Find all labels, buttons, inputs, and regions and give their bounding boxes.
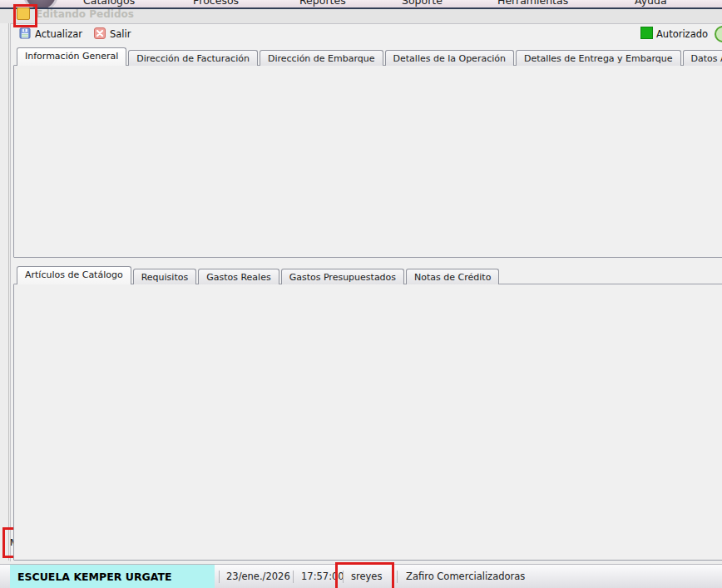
menu-procesos[interactable]: Procesos xyxy=(193,0,239,7)
actualizar-button[interactable]: Actualizar xyxy=(35,27,82,42)
annotation-box-window-icon xyxy=(13,4,37,27)
menu-reportes[interactable]: Reportes xyxy=(299,0,346,7)
detail-tabstrip: Artículos de Catálogo Requisitos Gastos … xyxy=(17,266,501,284)
status-date: 23/ene./2026 xyxy=(226,565,290,588)
salir-button[interactable]: Salir xyxy=(110,27,131,42)
tab-direccion-facturacion[interactable]: Dirección de Facturación xyxy=(128,50,258,66)
annotation-box-user xyxy=(335,562,394,588)
save-icon xyxy=(18,27,32,40)
tab-notas-credito[interactable]: Notas de Crédito xyxy=(406,269,499,284)
mdi-title-strip: Editando Pedidos xyxy=(0,9,722,23)
tab-direccion-embarque[interactable]: Dirección de Embarque xyxy=(260,50,383,66)
tab-articulos-catalogo[interactable]: Artículos de Catálogo xyxy=(17,266,131,284)
menu-ayuda[interactable]: Ayuda xyxy=(635,0,667,7)
status-separator xyxy=(293,571,294,583)
authorized-indicator xyxy=(640,27,653,39)
tab-detalles-entrega[interactable]: Detalles de Entrega y Embarque xyxy=(516,50,681,66)
status-organization: Zafiro Comercializadoras xyxy=(406,565,525,588)
menu-soporte[interactable]: Soporte xyxy=(402,0,443,7)
detail-tabpage xyxy=(13,284,722,561)
general-info-tabpage xyxy=(13,65,722,258)
tab-datos-adicionales[interactable]: Datos Adicionales xyxy=(683,50,722,66)
authorized-label: Autorizado xyxy=(656,27,708,42)
window-title: Editando Pedidos xyxy=(36,8,134,20)
status-separator xyxy=(219,571,220,583)
menu-herramientas[interactable]: Herramientas xyxy=(497,0,568,7)
main-tabstrip: Información General Dirección de Factura… xyxy=(17,47,722,66)
status-company: ESCUELA KEMPER URGATE xyxy=(10,565,215,588)
menubar: Catálogos Procesos Reportes Soporte Herr… xyxy=(0,0,722,7)
tab-detalles-operacion[interactable]: Detalles de la Operación xyxy=(385,50,514,66)
tab-gastos-reales[interactable]: Gastos Reales xyxy=(198,269,279,284)
tab-informacion-general[interactable]: Información General xyxy=(17,47,126,66)
exit-icon xyxy=(93,27,106,40)
menu-catalogos[interactable]: Catálogos xyxy=(83,0,135,7)
tab-requisitos[interactable]: Requisitos xyxy=(133,269,197,284)
status-separator xyxy=(397,571,398,583)
tab-gastos-presupuestados[interactable]: Gastos Presupuestados xyxy=(281,269,404,284)
app-window: Catálogos Procesos Reportes Soporte Herr… xyxy=(0,0,722,588)
